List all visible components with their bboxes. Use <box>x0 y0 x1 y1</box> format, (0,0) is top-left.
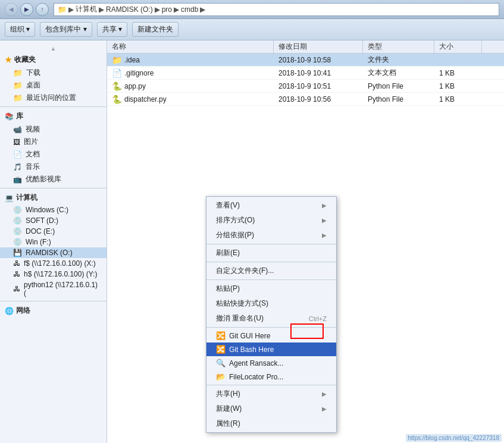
ctx-paste-shortcut[interactable]: 粘贴快捷方式(S) <box>206 296 336 311</box>
text-file-icon: 📄 <box>112 68 122 78</box>
divider-1 <box>0 106 107 107</box>
drive-icon: 🖧 <box>13 259 20 268</box>
computer-icon: 💻 <box>5 194 14 202</box>
sidebar-drive-d[interactable]: 💿 SOFT (D:) <box>0 215 107 226</box>
ctx-filelocator[interactable]: 📂 FileLocator Pro... <box>206 370 336 384</box>
folder-icon: 📁 <box>13 68 23 77</box>
drive-icon: 💿 <box>13 206 22 214</box>
ctx-paste[interactable]: 粘贴(P) <box>206 281 336 296</box>
watermark: https://blog.csdn.net/qq_42227318 <box>406 434 502 442</box>
filelocator-icon: 📂 <box>216 372 226 381</box>
include-library-button[interactable]: 包含到库中 ▾ <box>40 22 92 37</box>
ctx-sort[interactable]: 排序方式(O) ▶ <box>206 213 336 228</box>
sidebar-drive-e[interactable]: 💿 DOC (E:) <box>0 226 107 237</box>
sidebar-item-recent[interactable]: 📁 最近访问的位置 <box>0 92 107 104</box>
sidebar-item-downloads[interactable]: 📁 下载 <box>0 67 107 79</box>
ctx-view[interactable]: 查看(V) ▶ <box>206 198 336 213</box>
sidebar-drive-f[interactable]: 💿 Win (F:) <box>0 237 107 247</box>
ctx-properties[interactable]: 属性(R) <box>206 416 336 431</box>
sidebar: ▲ ★ 收藏夹 📁 下载 📁 桌面 📁 最近访问的位置 � <box>0 40 107 443</box>
python-file-icon: 🐍 <box>112 81 122 91</box>
sidebar-drive-c[interactable]: 💿 Windows (C:) <box>0 205 107 215</box>
file-date-cell: 2018-10-9 10:58 <box>274 54 363 66</box>
ctx-customize-folder[interactable]: 自定义文件夹(F)... <box>206 263 336 278</box>
file-type-cell: 文本文档 <box>363 67 434 79</box>
col-size[interactable]: 大小 <box>434 40 482 53</box>
star-icon: ★ <box>5 55 12 64</box>
context-menu: 查看(V) ▶ 排序方式(O) ▶ 分组依据(P) ▶ 刷新(E) 自定义文件夹… <box>206 196 337 433</box>
ctx-share[interactable]: 共享(H) ▶ <box>206 387 336 401</box>
share-button[interactable]: 共享 ▾ <box>97 22 127 37</box>
drive-icon: 💿 <box>13 227 22 235</box>
submenu-highlight-box <box>290 323 324 339</box>
scroll-up[interactable]: ▲ <box>0 44 107 53</box>
folder-icon: 📁 <box>13 81 23 90</box>
ctx-group[interactable]: 分组依据(P) ▶ <box>206 228 336 243</box>
col-name[interactable]: 名称 <box>107 40 274 53</box>
ctx-separator-1 <box>206 244 336 244</box>
computer-section: 💻 计算机 💿 Windows (C:) 💿 SOFT (D:) 💿 DOC (… <box>0 191 107 299</box>
video-icon: 📹 <box>13 125 22 134</box>
divider-3 <box>0 301 107 301</box>
table-row[interactable]: 🐍 dispatcher.py 2018-10-9 10:56 Python F… <box>107 93 504 106</box>
music-icon: 🎵 <box>13 163 22 171</box>
ctx-git-bash[interactable]: 🔀 Git Bash Here <box>206 343 336 356</box>
ctx-new[interactable]: 新建(W) ▶ <box>206 401 336 416</box>
favorites-section: ★ 收藏夹 📁 下载 📁 桌面 📁 最近访问的位置 <box>0 53 107 104</box>
sidebar-item-documents[interactable]: 📄 文档 <box>0 148 107 161</box>
col-type[interactable]: 类型 <box>363 40 434 53</box>
git-bash-icon: 🔀 <box>216 345 226 354</box>
ctx-separator-3 <box>206 279 336 280</box>
ctx-separator-2 <box>206 262 336 262</box>
favorites-header[interactable]: ★ 收藏夹 <box>0 53 107 67</box>
sidebar-item-music[interactable]: 🎵 音乐 <box>0 161 107 173</box>
python-file-icon: 🐍 <box>112 95 122 104</box>
file-size-cell: 1 KB <box>434 93 482 105</box>
new-folder-button[interactable]: 新建文件夹 <box>132 22 179 37</box>
file-size-cell <box>434 54 482 66</box>
submenu-arrow-icon: ▶ <box>322 217 327 224</box>
table-row[interactable]: 📄 .gitignore 2018-10-9 10:41 文本文档 1 KB <box>107 67 504 80</box>
up-button[interactable]: ↑ <box>36 3 49 16</box>
sidebar-item-photos[interactable]: 🖼 图片 <box>0 136 107 148</box>
file-date-cell: 2018-10-9 10:51 <box>274 80 363 92</box>
network-label[interactable]: 🌐 网络 <box>0 304 107 318</box>
breadcrumb-ramdisk: RAMDISK (O:) <box>106 5 153 14</box>
sidebar-drive-o[interactable]: 💾 RAMDISK (O:) <box>0 247 107 258</box>
drive-icon: 🖧 <box>13 285 20 293</box>
folder-icon: 📁 <box>112 55 122 65</box>
file-name-cell: 📁 .idea <box>107 54 274 66</box>
file-size-cell: 1 KB <box>434 80 482 92</box>
file-name-cell: 🐍 app.py <box>107 80 274 92</box>
address-bar[interactable]: 📁 ▶ 计算机 ▶ RAMDISK (O:) ▶ pro ▶ cmdb ▶ <box>54 3 499 16</box>
libraries-section: 📚 库 📹 视频 🖼 图片 📄 文档 🎵 音乐 📺 优酷影视库 <box>0 109 107 186</box>
sidebar-drive-python12[interactable]: 🖧 python12 (\\172.16.0.1) ( <box>0 279 107 299</box>
sidebar-drive-x[interactable]: 🖧 f$ (\\172.16.0.100) (X:) <box>0 258 107 269</box>
doc-icon: 📄 <box>13 150 22 159</box>
drive-icon: 💿 <box>13 238 22 246</box>
folder-icon: 📁 <box>13 93 23 102</box>
back-button[interactable]: ◀ <box>5 3 18 16</box>
ctx-refresh[interactable]: 刷新(E) <box>206 246 336 260</box>
col-date[interactable]: 修改日期 <box>274 40 363 53</box>
file-type-cell: Python File <box>363 80 434 92</box>
title-bar: ◀ ▶ ↑ 📁 ▶ 计算机 ▶ RAMDISK (O:) ▶ pro ▶ cmd… <box>0 0 504 19</box>
sidebar-item-desktop[interactable]: 📁 桌面 <box>0 79 107 92</box>
drive-icon: 💾 <box>13 249 22 257</box>
table-row[interactable]: 📁 .idea 2018-10-9 10:58 文件夹 <box>107 54 504 67</box>
file-date-cell: 2018-10-9 10:41 <box>274 67 363 79</box>
file-type-cell: 文件夹 <box>363 54 434 66</box>
breadcrumb-cmdb: cmdb <box>181 5 198 14</box>
submenu-arrow-icon: ▶ <box>322 202 327 209</box>
photo-icon: 🖼 <box>13 138 20 146</box>
organize-button[interactable]: 组织 ▾ <box>5 22 35 37</box>
sidebar-item-video[interactable]: 📹 视频 <box>0 123 107 136</box>
ctx-separator-5 <box>206 385 336 385</box>
sidebar-item-youku[interactable]: 📺 优酷影视库 <box>0 173 107 186</box>
divider-2 <box>0 188 107 188</box>
libraries-header[interactable]: 📚 库 <box>0 109 107 123</box>
table-row[interactable]: 🐍 app.py 2018-10-9 10:51 Python File 1 K… <box>107 80 504 93</box>
forward-button[interactable]: ▶ <box>20 3 33 16</box>
sidebar-drive-y[interactable]: 🖧 h$ (\\172.16.0.100) (Y:) <box>0 269 107 279</box>
ctx-agent-ransack[interactable]: 🔍 Agent Ransack... <box>206 356 336 370</box>
